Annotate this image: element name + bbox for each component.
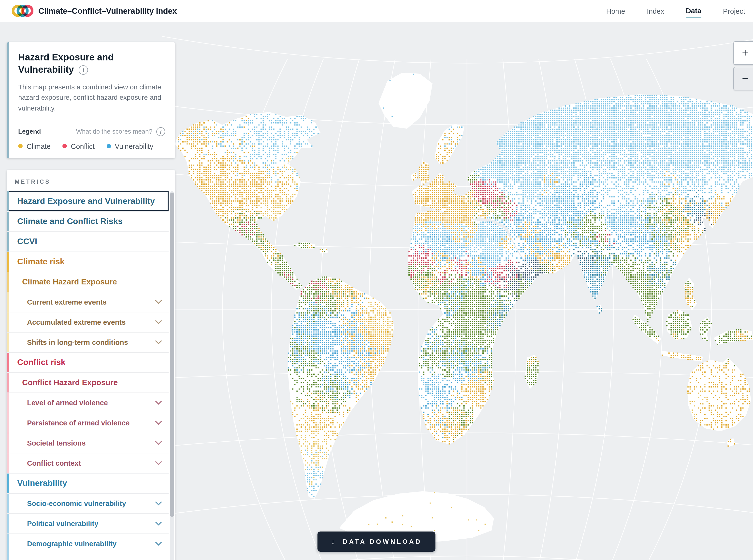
accent-bar bbox=[7, 333, 9, 352]
vulnerability-dot-icon bbox=[107, 144, 111, 148]
metric-label: Demographic vulnerability bbox=[7, 540, 116, 548]
chevron-down-icon bbox=[155, 441, 162, 445]
metric-label: Accumulated extreme events bbox=[7, 318, 125, 326]
chevron-down-icon bbox=[155, 340, 162, 344]
accent-bar bbox=[7, 494, 9, 513]
chevron-down-icon bbox=[155, 522, 162, 526]
accent-bar bbox=[7, 313, 9, 332]
metric-item-current-extreme-events[interactable]: Current extreme events bbox=[7, 292, 169, 312]
metric-item-political-vulnerability[interactable]: Political vulnerability bbox=[7, 513, 169, 534]
zoom-in-button[interactable]: + bbox=[733, 41, 753, 65]
info-icon[interactable]: i bbox=[156, 127, 165, 136]
accent-bar bbox=[7, 373, 9, 393]
metric-item-societal-tensions[interactable]: Societal tensions bbox=[7, 433, 169, 453]
metric-item-conflict-risk[interactable]: Conflict risk bbox=[7, 352, 169, 372]
chevron-down-icon bbox=[155, 461, 162, 465]
legend-items: ClimateConflictVulnerability bbox=[18, 142, 165, 150]
card-title: Hazard Exposure and Vulnerabilityi bbox=[18, 51, 165, 76]
map-area: + − Hazard Exposure and Vulnerabilityi T… bbox=[0, 22, 753, 560]
metric-label: Conflict context bbox=[7, 459, 81, 467]
chevron-down-icon bbox=[155, 300, 162, 304]
nav-project[interactable]: Project bbox=[723, 4, 745, 17]
metric-label: Vulnerability bbox=[7, 478, 67, 488]
metric-label: Current extreme events bbox=[7, 298, 107, 306]
accent-bar bbox=[7, 454, 9, 473]
divider bbox=[18, 121, 165, 121]
scrollbar-track[interactable] bbox=[170, 191, 174, 560]
metric-item-climate-hazard-exposure[interactable]: Climate Hazard Exposure bbox=[7, 272, 169, 292]
metric-label: Socio-economic vulnerability bbox=[7, 500, 126, 507]
info-icon[interactable]: i bbox=[79, 65, 88, 75]
scrollbar-thumb[interactable] bbox=[170, 193, 174, 517]
metric-label: Climate risk bbox=[7, 257, 65, 267]
metric-item-item[interactable] bbox=[7, 554, 169, 560]
logo-rings-icon bbox=[12, 3, 34, 19]
metric-item-vulnerability[interactable]: Vulnerability bbox=[7, 473, 169, 493]
metric-label: Climate and Conflict Risks bbox=[7, 217, 123, 226]
info-card: Hazard Exposure and Vulnerabilityi This … bbox=[7, 42, 175, 158]
accent-bar bbox=[7, 272, 9, 292]
accent-bar bbox=[7, 474, 9, 493]
legend-item-vulnerability: Vulnerability bbox=[107, 142, 153, 150]
metric-label: Conflict risk bbox=[7, 358, 65, 367]
accent-bar bbox=[7, 554, 9, 560]
legend-item-climate: Climate bbox=[18, 142, 51, 150]
metric-item-socio-economic-vulnerability[interactable]: Socio-economic vulnerability bbox=[7, 493, 169, 513]
metric-list: Hazard Exposure and VulnerabilityClimate… bbox=[7, 191, 169, 560]
metric-label: Conflict Hazard Exposure bbox=[7, 378, 118, 387]
accent-bar bbox=[7, 534, 9, 554]
app-title: Climate–Conflict–Vulnerability Index bbox=[38, 6, 177, 16]
metric-item-ccvi[interactable]: CCVI bbox=[7, 232, 169, 252]
main-nav: HomeIndexDataProject bbox=[606, 4, 747, 18]
app-window: Climate–Conflict–Vulnerability Index Hom… bbox=[0, 0, 753, 560]
metric-label: Hazard Exposure and Vulnerability bbox=[7, 196, 155, 206]
card-description: This map presents a combined view on cli… bbox=[18, 82, 165, 114]
nav-index[interactable]: Index bbox=[647, 4, 664, 17]
chevron-down-icon bbox=[155, 502, 162, 505]
metric-item-conflict-context[interactable]: Conflict context bbox=[7, 453, 169, 473]
metric-label: Level of armed violence bbox=[7, 399, 108, 407]
metric-label: Political vulnerability bbox=[7, 520, 98, 527]
metric-item-climate-risk[interactable]: Climate risk bbox=[7, 252, 169, 272]
accent-bar bbox=[7, 252, 9, 272]
zoom-out-button[interactable]: − bbox=[733, 67, 753, 91]
header: Climate–Conflict–Vulnerability Index Hom… bbox=[0, 0, 753, 22]
metric-item-hazard-exposure-and-vulnerability[interactable]: Hazard Exposure and Vulnerability bbox=[7, 191, 169, 211]
chevron-down-icon bbox=[155, 421, 162, 425]
metric-label: Shifts in long-term conditions bbox=[7, 338, 128, 346]
accent-bar bbox=[7, 232, 9, 252]
metric-item-accumulated-extreme-events[interactable]: Accumulated extreme events bbox=[7, 312, 169, 332]
chevron-down-icon bbox=[155, 320, 162, 324]
metric-item-demographic-vulnerability[interactable]: Demographic vulnerability bbox=[7, 534, 169, 554]
nav-home[interactable]: Home bbox=[606, 4, 625, 17]
accent-bar bbox=[7, 212, 9, 232]
data-download-button[interactable]: ↓ DATA DOWNLOAD bbox=[317, 532, 436, 552]
accent-bar bbox=[7, 393, 9, 413]
download-icon: ↓ bbox=[331, 537, 335, 546]
accent-bar bbox=[7, 191, 9, 211]
scores-link[interactable]: What do the scores mean?i bbox=[76, 127, 165, 136]
legend-item-conflict: Conflict bbox=[62, 142, 95, 150]
metrics-panel: METRICS Hazard Exposure and Vulnerabilit… bbox=[7, 170, 175, 560]
accent-bar bbox=[7, 514, 9, 534]
nav-data[interactable]: Data bbox=[686, 4, 701, 18]
climate-dot-icon bbox=[18, 144, 23, 148]
accent-bar bbox=[7, 433, 9, 453]
metrics-heading: METRICS bbox=[7, 170, 175, 191]
legend-label: Legend bbox=[18, 128, 41, 135]
metric-item-persistence-of-armed-violence[interactable]: Persistence of armed violence bbox=[7, 413, 169, 433]
metric-label: Persistence of armed violence bbox=[7, 419, 130, 427]
accent-bar bbox=[7, 353, 9, 372]
chevron-down-icon bbox=[155, 401, 162, 405]
chevron-down-icon bbox=[155, 542, 162, 546]
metric-label: CCVI bbox=[7, 237, 37, 246]
metric-item-level-of-armed-violence[interactable]: Level of armed violence bbox=[7, 393, 169, 413]
accent-bar bbox=[7, 292, 9, 312]
metric-label: Societal tensions bbox=[7, 439, 86, 447]
accent-bar bbox=[7, 413, 9, 433]
metric-item-shifts-in-long-term-conditions[interactable]: Shifts in long-term conditions bbox=[7, 332, 169, 352]
metric-item-conflict-hazard-exposure[interactable]: Conflict Hazard Exposure bbox=[7, 372, 169, 393]
conflict-dot-icon bbox=[62, 144, 67, 148]
metric-label: Climate Hazard Exposure bbox=[7, 278, 117, 286]
metric-item-climate-and-conflict-risks[interactable]: Climate and Conflict Risks bbox=[7, 211, 169, 232]
